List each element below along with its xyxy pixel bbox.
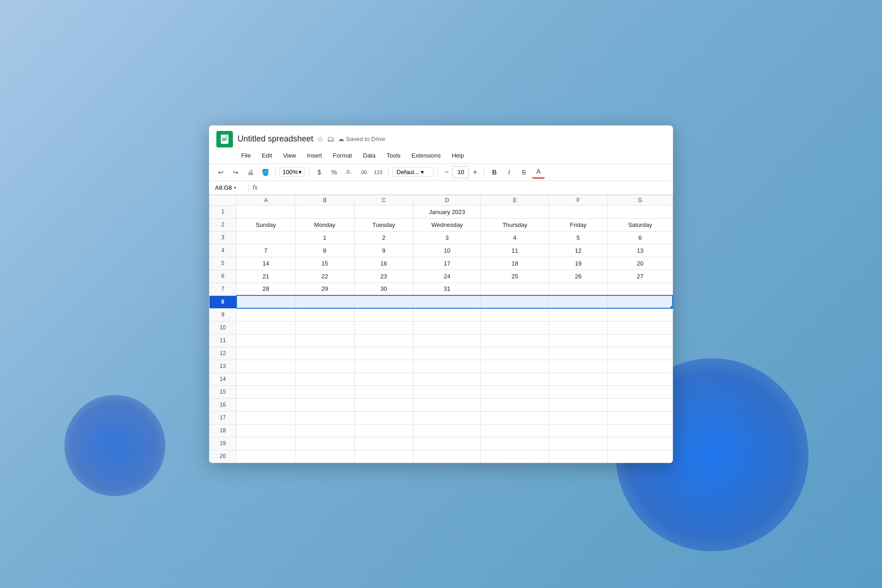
- decimal-increase-button[interactable]: .00: [357, 166, 370, 179]
- cell-b2[interactable]: Monday: [295, 218, 354, 231]
- cell-d13[interactable]: [413, 360, 481, 373]
- cell-g13[interactable]: [608, 360, 673, 373]
- row-num-2[interactable]: 2: [209, 218, 237, 231]
- menu-edit[interactable]: Edit: [257, 150, 277, 161]
- cell-e4[interactable]: 11: [481, 244, 549, 257]
- col-header-d[interactable]: D: [413, 195, 481, 205]
- cell-e1[interactable]: [481, 205, 549, 218]
- cell-g11[interactable]: [608, 334, 673, 347]
- row-num-14[interactable]: 14: [209, 373, 237, 385]
- row-num-4[interactable]: 4: [209, 244, 237, 257]
- cell-c3[interactable]: 2: [354, 231, 413, 244]
- cell-f4[interactable]: 12: [549, 244, 608, 257]
- document-title[interactable]: Untitled spreadsheet: [237, 134, 313, 144]
- cell-d2[interactable]: Wednesday: [413, 218, 481, 231]
- star-icon[interactable]: ☆: [317, 135, 323, 143]
- cell-e10[interactable]: [481, 321, 549, 334]
- cell-d3[interactable]: 3: [413, 231, 481, 244]
- cell-b12[interactable]: [295, 347, 354, 360]
- cell-b20[interactable]: [295, 450, 354, 463]
- cell-a4[interactable]: 7: [237, 244, 295, 257]
- cell-b8[interactable]: [295, 295, 354, 308]
- redo-button[interactable]: ↪: [229, 166, 242, 179]
- cell-g9[interactable]: [608, 308, 673, 321]
- cell-e12[interactable]: [481, 347, 549, 360]
- zoom-control[interactable]: 100% ▾: [279, 167, 305, 177]
- cell-c6[interactable]: 23: [354, 270, 413, 283]
- col-header-c[interactable]: C: [354, 195, 413, 205]
- cell-g15[interactable]: [608, 385, 673, 398]
- number-format-button[interactable]: 123: [372, 166, 384, 179]
- col-header-a[interactable]: A: [237, 195, 295, 205]
- cell-b7[interactable]: 29: [295, 283, 354, 295]
- cell-c16[interactable]: [354, 398, 413, 411]
- row-num-17[interactable]: 17: [209, 411, 237, 424]
- cell-f13[interactable]: [549, 360, 608, 373]
- cell-d18[interactable]: [413, 424, 481, 437]
- undo-button[interactable]: ↩: [215, 166, 227, 179]
- row-num-13[interactable]: 13: [209, 360, 237, 373]
- row-num-16[interactable]: 16: [209, 398, 237, 411]
- menu-help[interactable]: Help: [447, 150, 469, 161]
- cell-e2[interactable]: Thursday: [481, 218, 549, 231]
- cell-f3[interactable]: 5: [549, 231, 608, 244]
- cell-a16[interactable]: [237, 398, 295, 411]
- cell-b15[interactable]: [295, 385, 354, 398]
- cell-f5[interactable]: 19: [549, 257, 608, 270]
- menu-view[interactable]: View: [278, 150, 300, 161]
- cell-f7[interactable]: [549, 283, 608, 295]
- strikethrough-button[interactable]: S: [517, 166, 530, 179]
- cell-a18[interactable]: [237, 424, 295, 437]
- col-header-g[interactable]: G: [608, 195, 673, 205]
- cell-c17[interactable]: [354, 411, 413, 424]
- cell-g18[interactable]: [608, 424, 673, 437]
- cell-f17[interactable]: [549, 411, 608, 424]
- cell-c12[interactable]: [354, 347, 413, 360]
- row-num-12[interactable]: 12: [209, 347, 237, 360]
- cell-b5[interactable]: 15: [295, 257, 354, 270]
- cell-f14[interactable]: [549, 373, 608, 385]
- font-size-increase[interactable]: +: [470, 167, 480, 177]
- row-num-3[interactable]: 3: [209, 231, 237, 244]
- cell-b16[interactable]: [295, 398, 354, 411]
- col-header-f[interactable]: F: [549, 195, 608, 205]
- menu-tools[interactable]: Tools: [382, 150, 405, 161]
- cell-c5[interactable]: 16: [354, 257, 413, 270]
- cell-f8[interactable]: [549, 295, 608, 308]
- cell-e7[interactable]: [481, 283, 549, 295]
- row-num-18[interactable]: 18: [209, 424, 237, 437]
- row-num-5[interactable]: 5: [209, 257, 237, 270]
- cell-e16[interactable]: [481, 398, 549, 411]
- cell-a11[interactable]: [237, 334, 295, 347]
- cell-a7[interactable]: 28: [237, 283, 295, 295]
- cell-f20[interactable]: [549, 450, 608, 463]
- cell-g5[interactable]: 20: [608, 257, 673, 270]
- cell-b13[interactable]: [295, 360, 354, 373]
- cell-c1[interactable]: [354, 205, 413, 218]
- cell-g16[interactable]: [608, 398, 673, 411]
- cell-d4[interactable]: 10: [413, 244, 481, 257]
- cell-b1[interactable]: [295, 205, 354, 218]
- cell-g10[interactable]: [608, 321, 673, 334]
- cell-c11[interactable]: [354, 334, 413, 347]
- cell-a12[interactable]: [237, 347, 295, 360]
- cell-d15[interactable]: [413, 385, 481, 398]
- cell-a5[interactable]: 14: [237, 257, 295, 270]
- formula-input[interactable]: [261, 184, 669, 191]
- cell-e15[interactable]: [481, 385, 549, 398]
- cell-f6[interactable]: 26: [549, 270, 608, 283]
- cell-a20[interactable]: [237, 450, 295, 463]
- row-num-8[interactable]: 8: [209, 295, 237, 308]
- print-button[interactable]: 🖨: [244, 166, 257, 179]
- cell-e13[interactable]: [481, 360, 549, 373]
- cell-g14[interactable]: [608, 373, 673, 385]
- row-num-20[interactable]: 20: [209, 450, 237, 463]
- cell-c7[interactable]: 30: [354, 283, 413, 295]
- row-num-11[interactable]: 11: [209, 334, 237, 347]
- cell-b11[interactable]: [295, 334, 354, 347]
- cell-b4[interactable]: 8: [295, 244, 354, 257]
- cell-e14[interactable]: [481, 373, 549, 385]
- row-num-7[interactable]: 7: [209, 283, 237, 295]
- cell-c15[interactable]: [354, 385, 413, 398]
- cell-a1[interactable]: [237, 205, 295, 218]
